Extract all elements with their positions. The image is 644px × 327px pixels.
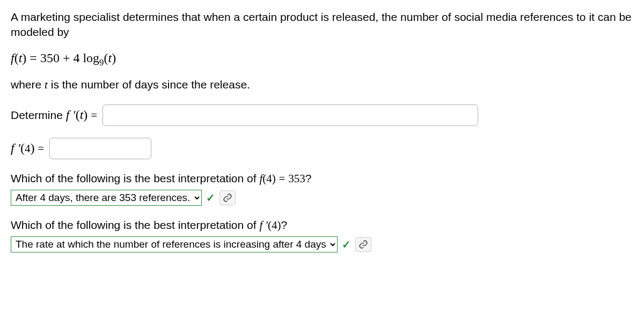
q1-val: 353 <box>288 172 305 185</box>
q1-prompt: Which of the following is the best inter… <box>11 172 633 185</box>
problem-intro: A marketing specialist determines that w… <box>11 10 633 40</box>
model-equation: f(t) = 350 + 4 log9(t) <box>11 51 633 68</box>
fprime4-label: f ′(4) = <box>11 141 44 155</box>
q2-answer-row: The rate at which the number of referenc… <box>11 236 633 252</box>
check-icon: ✓ <box>206 192 215 203</box>
link-icon <box>223 193 232 203</box>
derivative-label-prefix: Determine <box>11 109 66 121</box>
fprime4-input[interactable] <box>49 138 151 159</box>
q1-prefix: Which of the following is the best inter… <box>11 172 259 184</box>
fprime-var-4: f ′ <box>11 141 20 155</box>
link-icon <box>358 240 368 249</box>
equals-1: = <box>91 109 97 122</box>
q1-arg: 4 <box>266 172 272 185</box>
problem-context: where t is the number of days since the … <box>11 77 633 92</box>
eq-coef: 4 <box>73 51 79 65</box>
check-icon: ✓ <box>342 239 351 250</box>
equals-2: = <box>38 142 44 155</box>
q2-suffix: ? <box>281 219 288 231</box>
q2-prompt: Which of the following is the best inter… <box>11 219 633 232</box>
q2-arg: 4 <box>272 219 277 232</box>
link-button[interactable] <box>219 190 236 205</box>
eq-const: 350 <box>40 51 60 65</box>
q1-select[interactable]: After 4 days, there are 353 references. <box>11 190 202 206</box>
fprime4-input-row: f ′(4) = <box>11 138 633 159</box>
link-button[interactable] <box>355 237 371 252</box>
q2-prefix: Which of the following is the best inter… <box>11 219 259 231</box>
q2-var: f ′ <box>259 219 268 232</box>
eq-lhs-var: f <box>11 51 14 65</box>
fprime-var-t: f ′ <box>66 108 76 122</box>
derivative-input-row: Determine f ′(t) = <box>11 105 633 126</box>
q1-answer-row: After 4 days, there are 353 references. … <box>11 190 633 206</box>
q2-select[interactable]: The rate at which the number of referenc… <box>11 236 338 252</box>
q1-eq: = <box>279 172 286 185</box>
derivative-input[interactable] <box>103 105 478 126</box>
fprime-arg-4: 4 <box>25 142 31 155</box>
derivative-label: Determine f ′(t) = <box>11 108 97 122</box>
q1-suffix: ? <box>305 172 312 184</box>
eq-log-base: 9 <box>99 57 104 67</box>
